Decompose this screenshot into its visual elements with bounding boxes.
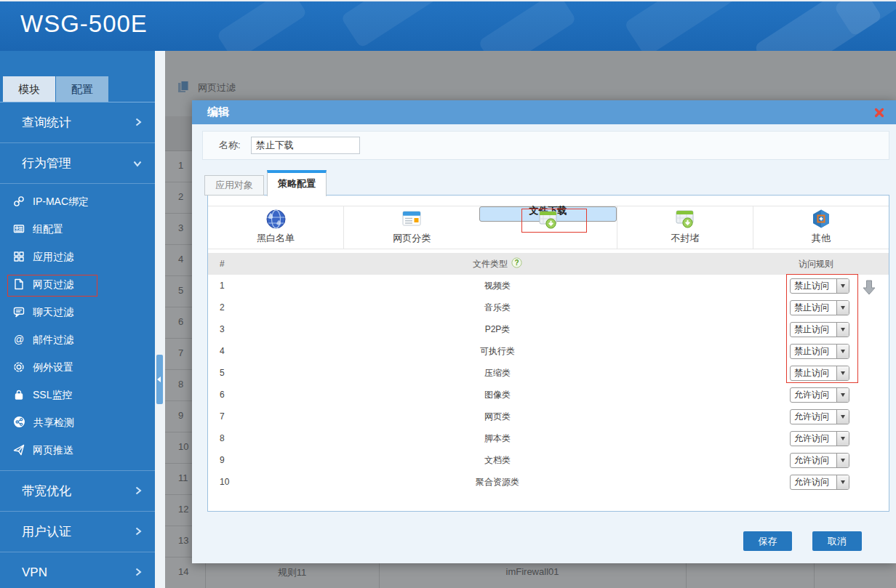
save-button[interactable]: 保存	[743, 531, 792, 551]
keyboard-decor	[624, 0, 744, 51]
lock-icon	[13, 389, 25, 403]
keyboard-decor	[478, 0, 577, 51]
chevron-right-icon	[135, 565, 142, 580]
category-tab-label: 网页分类	[393, 232, 431, 245]
file-type-row: 2 音乐类 禁止访问	[208, 297, 889, 318]
category-tab-label: 黑白名单	[257, 232, 295, 245]
folder-download-icon	[674, 209, 696, 231]
chevron-down-icon	[133, 156, 142, 171]
sidebar-collapse-handle[interactable]	[156, 355, 163, 404]
dropdown-arrow-icon[interactable]	[836, 410, 849, 424]
keyboard-decor	[340, 0, 452, 49]
sidebar-item-web-push[interactable]: 网页推送	[0, 437, 155, 464]
row-index: 6	[208, 390, 252, 400]
sidebar-item-share-detection[interactable]: 共享检测	[0, 409, 155, 437]
sidebar-group-query-stats[interactable]: 查询统计	[0, 102, 155, 143]
sidebar-tab-modules[interactable]: 模块	[3, 76, 55, 102]
category-tab-label: 不封堵	[671, 232, 699, 245]
keyboard-decor	[216, 0, 308, 51]
access-rule-value: 允许访问	[791, 432, 836, 445]
sidebar-item-group-config[interactable]: 组配置	[0, 216, 155, 243]
access-rule-select[interactable]: 允许访问	[790, 409, 849, 424]
dropdown-arrow-icon[interactable]	[836, 301, 849, 315]
file-type-table-header: # 文件类型 ? 访问规则	[208, 253, 889, 275]
sidebar-item-label: IP-MAC绑定	[33, 196, 89, 209]
sidebar-item-ssl-monitor[interactable]: SSL监控	[0, 382, 155, 409]
tab-apply-target[interactable]: 应用对象	[204, 175, 264, 196]
access-rule-select[interactable]: 禁止访问	[790, 344, 849, 359]
policy-name-input[interactable]	[251, 137, 360, 154]
sidebar-tab-config[interactable]: 配置	[56, 76, 108, 102]
access-rule-select[interactable]: 禁止访问	[790, 322, 849, 337]
access-rule-select[interactable]: 允许访问	[790, 453, 849, 468]
dropdown-arrow-icon[interactable]	[836, 388, 849, 402]
sidebar-group-bandwidth-opt[interactable]: 带宽优化	[0, 471, 155, 512]
chevron-right-icon	[135, 484, 142, 499]
access-rule-value: 禁止访问	[791, 323, 836, 336]
send-icon	[13, 444, 25, 458]
gear-icon	[13, 361, 25, 375]
row-index: 2	[208, 302, 252, 313]
dropdown-arrow-icon[interactable]	[836, 279, 849, 293]
sidebar-item-mail-filter[interactable]: @ 邮件过滤	[0, 326, 155, 354]
row-index: 5	[208, 368, 252, 378]
dropdown-arrow-icon[interactable]	[836, 345, 849, 358]
name-field-row: 名称:	[202, 131, 889, 160]
category-tab-blackwhite-list[interactable]: 黑白名单	[208, 206, 343, 249]
access-rule-select[interactable]: 禁止访问	[790, 300, 849, 315]
category-tab-file-download[interactable]: 文件下载	[479, 206, 616, 222]
folder-download-icon	[537, 209, 559, 232]
file-type-name: 视频类	[252, 280, 743, 292]
access-rule-select[interactable]: 允许访问	[790, 475, 849, 490]
row-index: 10	[208, 477, 252, 487]
access-rule-value: 禁止访问	[791, 345, 836, 358]
sidebar-item-web-filter[interactable]: 网页过滤	[0, 271, 155, 299]
sidebar-item-label: 邮件过滤	[33, 334, 73, 347]
chevron-right-icon	[135, 116, 142, 130]
sidebar-item-chat-filter[interactable]: 聊天过滤	[0, 299, 155, 326]
file-type-name: P2P类	[252, 323, 743, 336]
file-type-name: 压缩类	[252, 367, 743, 379]
file-type-name: 脚本类	[252, 432, 743, 445]
dropdown-arrow-icon[interactable]	[836, 475, 849, 489]
category-icon-tabs: 黑白名单 网页分类 文件下载 不封堵 其他	[208, 206, 889, 249]
access-rule-select[interactable]: 禁止访问	[790, 278, 849, 294]
sidebar: 模块配置 查询统计行为管理 IP-MAC绑定 组配置 应用过滤 网页过滤 聊天过…	[0, 51, 155, 588]
row-index: 8	[208, 433, 252, 443]
category-tab-no-block[interactable]: 不封堵	[617, 206, 753, 249]
sidebar-group-label: VPN	[22, 565, 47, 580]
cancel-button[interactable]: 取消	[812, 531, 862, 551]
edit-dialog: 编辑 名称: 应用对象策略配置 黑白名单 网页分类 文件下载	[192, 100, 896, 563]
row-index: 4	[208, 346, 252, 356]
dropdown-arrow-icon[interactable]	[836, 432, 849, 446]
sidebar-item-ip-mac-binding[interactable]: IP-MAC绑定	[0, 188, 155, 216]
dropdown-arrow-icon[interactable]	[836, 323, 849, 337]
access-rule-select[interactable]: 禁止访问	[790, 366, 849, 381]
webpage-icon	[401, 209, 423, 231]
sidebar-group-vpn[interactable]: VPN	[0, 552, 155, 588]
product-title: WSG-500E	[20, 10, 148, 38]
sidebar-group-behavior-mgmt[interactable]: 行为管理	[0, 143, 155, 184]
category-tab-web-category[interactable]: 网页分类	[343, 206, 479, 249]
dropdown-arrow-icon[interactable]	[836, 454, 849, 467]
sidebar-item-exception-settings[interactable]: 例外设置	[0, 354, 155, 382]
file-type-name: 音乐类	[252, 302, 743, 314]
file-type-row: 4 可执行类 禁止访问	[208, 340, 889, 362]
move-down-icon[interactable]	[862, 279, 876, 298]
category-tab-other[interactable]: 其他	[753, 206, 889, 249]
dropdown-arrow-icon[interactable]	[836, 366, 849, 380]
sidebar-group-user-auth[interactable]: 用户认证	[0, 512, 155, 552]
access-rule-select[interactable]: 允许访问	[790, 387, 849, 403]
file-type-row: 3 P2P类 禁止访问	[208, 318, 889, 340]
file-type-name: 文档类	[252, 454, 743, 467]
svg-text:@: @	[14, 334, 24, 345]
chevron-right-icon	[135, 525, 142, 539]
sidebar-submenu: IP-MAC绑定 组配置 应用过滤 网页过滤 聊天过滤 @ 邮件过滤	[0, 184, 155, 471]
sidebar-item-app-filter[interactable]: 应用过滤	[0, 243, 155, 271]
access-rule-select[interactable]: 允许访问	[790, 431, 849, 446]
sidebar-item-label: 网页推送	[33, 444, 73, 457]
tab-policy-config[interactable]: 策略配置	[267, 170, 327, 196]
close-icon[interactable]	[873, 106, 886, 119]
access-rule-value: 允许访问	[791, 411, 836, 423]
help-icon[interactable]: ?	[511, 257, 522, 270]
